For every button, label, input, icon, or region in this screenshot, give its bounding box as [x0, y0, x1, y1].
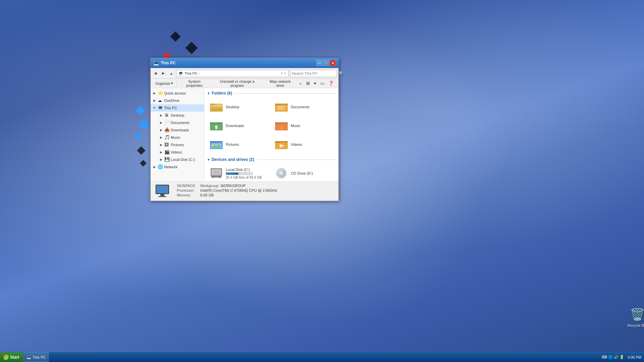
folders-section-header[interactable]: ▼ Folders (6) — [207, 91, 336, 96]
taskbar: Start 💻 This PC ⌨ 🌐 🔊 🔋 4:06 PM — [0, 352, 644, 362]
svg-rect-13 — [210, 122, 215, 124]
search-input[interactable] — [292, 71, 338, 75]
expand-documents[interactable]: ▶ — [159, 120, 163, 125]
expand-videos[interactable]: ▶ — [159, 150, 163, 155]
more-toolbar-button[interactable]: » — [298, 80, 304, 87]
local-disk-nav-icon: 💾 — [164, 157, 170, 162]
this-pc-label: This PC — [164, 106, 177, 110]
recycle-bin-icon[interactable]: 🗑️ Recycle Bin — [624, 307, 644, 327]
local-disk-nav-label: Local Disk (C:) — [171, 158, 195, 162]
sidebar-item-local-disk[interactable]: ▶ 💾 Local Disk (C:) — [151, 156, 204, 163]
svg-text:♪: ♪ — [280, 124, 283, 130]
expand-onedrive[interactable]: ▶ — [152, 98, 157, 103]
deco-diamond-blue-2 — [139, 119, 150, 130]
sidebar-item-onedrive[interactable]: ▶ ☁ OneDrive — [151, 97, 204, 104]
folder-documents[interactable]: Documents — [272, 98, 336, 116]
organize-button[interactable]: Organize ▾ — [153, 80, 175, 87]
sidebar-item-network[interactable]: ▶ 🌐 Network — [151, 163, 204, 171]
expand-music[interactable]: ▶ — [159, 135, 163, 140]
drive-local-disk-c[interactable]: Local Disk (C:) 25.4 GB free of 49.3 GB — [207, 165, 271, 181]
downloads-nav-icon: 📥 — [164, 127, 170, 133]
sidebar-item-music[interactable]: ▶ 🎵 Music — [151, 134, 204, 141]
main-area: ▶ ⭐ Quick access ▶ ☁ OneDrive ▼ 💻 This P… — [151, 88, 338, 181]
start-button[interactable]: Start — [0, 352, 23, 362]
map-drive-button[interactable]: Map network drive — [264, 80, 297, 87]
explorer-window: 💻 This PC — □ ✕ ◀ ▶ ▲ 💻 This PC › ▾ ↻ 🔍 — [150, 58, 339, 201]
sidebar-item-videos[interactable]: ▶ 🎬 Videos — [151, 148, 204, 156]
system-properties-button[interactable]: System properties — [178, 80, 211, 87]
drives-grid: Local Disk (C:) 25.4 GB free of 49.3 GB — [207, 165, 336, 181]
start-icon — [3, 355, 9, 360]
forward-button[interactable]: ▶ — [160, 70, 167, 77]
folder-desktop[interactable]: Desktop — [207, 98, 271, 116]
expand-pictures[interactable]: ▶ — [159, 142, 163, 147]
sidebar-item-pictures[interactable]: ▶ 🖼 Pictures — [151, 141, 204, 148]
drives-collapse-arrow: ▼ — [207, 158, 210, 162]
expand-this-pc[interactable]: ▼ — [152, 106, 157, 110]
view-tiles-button[interactable]: ⊞ — [304, 80, 312, 87]
close-button[interactable]: ✕ — [330, 60, 336, 66]
folder-downloads-name: Downloads — [226, 124, 244, 128]
this-pc-icon: 💻 — [158, 105, 163, 111]
drive-d-icon — [275, 167, 288, 180]
tray-network-icon[interactable]: 🌐 — [608, 355, 613, 359]
nav-pane: ▶ ⭐ Quick access ▶ ☁ OneDrive ▼ 💻 This P… — [151, 88, 204, 181]
desktop-nav-label: Desktop — [171, 113, 184, 117]
title-bar: 💻 This PC — □ ✕ — [151, 58, 338, 68]
titlebar-icon: 💻 — [153, 60, 159, 66]
svg-point-38 — [281, 173, 282, 174]
onedrive-label: OneDrive — [164, 99, 179, 103]
drive-c-name: Local Disk (C:) — [226, 168, 262, 172]
view-preview-button[interactable]: ▭ — [318, 80, 326, 87]
recycle-bin-img: 🗑️ — [629, 307, 644, 323]
expand-downloads[interactable]: ▶ — [159, 128, 163, 132]
maximize-button[interactable]: □ — [323, 60, 329, 66]
svg-rect-9 — [277, 108, 284, 108]
status-pc-icon — [151, 182, 174, 201]
view-list-button[interactable]: ▾ — [312, 80, 318, 87]
view-options: ⊞ ▾ ▭ ❓ — [304, 80, 336, 87]
sidebar-item-this-pc[interactable]: ▼ 💻 This PC — [151, 104, 204, 112]
sidebar-item-quick-access[interactable]: ▶ ⭐ Quick access — [151, 89, 204, 97]
videos-nav-label: Videos — [171, 150, 182, 154]
tray-volume-icon[interactable]: 🔊 — [614, 355, 619, 359]
drive-d-info: CD Drive (D:) — [291, 171, 313, 175]
expand-network[interactable]: ▶ — [152, 165, 157, 169]
svg-rect-21 — [210, 141, 215, 143]
expand-local-disk[interactable]: ▶ — [159, 157, 163, 162]
processor-label: Processor: — [177, 188, 200, 192]
sidebar-item-desktop[interactable]: ▶ 🖥 Desktop — [151, 112, 204, 119]
status-app-label: SKINPACK — [177, 184, 200, 188]
uninstall-button[interactable]: Uninstall or change a program — [211, 80, 263, 87]
folder-downloads[interactable]: Downloads — [207, 117, 271, 134]
address-refresh-btn[interactable]: ↻ — [283, 71, 286, 75]
minimize-button[interactable]: — — [316, 60, 322, 66]
folder-videos[interactable]: Videos — [272, 136, 336, 153]
folder-music-icon: ♪ — [275, 119, 288, 132]
svg-rect-4 — [210, 104, 215, 105]
folder-pictures[interactable]: Pictures — [207, 136, 271, 153]
sidebar-item-downloads[interactable]: ▶ 📥 Downloads — [151, 126, 204, 134]
expand-quick-access[interactable]: ▶ — [152, 91, 157, 96]
taskbar-item-this-pc[interactable]: 💻 This PC — [23, 352, 49, 362]
svg-rect-3 — [210, 105, 223, 112]
address-dropdown-btn[interactable]: ▾ — [281, 71, 283, 75]
expand-desktop[interactable]: ▶ — [159, 113, 163, 118]
network-nav-label: Network — [164, 165, 177, 169]
drive-cd-d[interactable]: CD Drive (D:) — [272, 165, 336, 181]
search-box[interactable]: 🔍 — [290, 70, 337, 77]
address-input[interactable]: 💻 This PC › ▾ ↻ — [176, 70, 289, 77]
drive-c-bar-fill — [226, 173, 238, 175]
folder-downloads-icon — [210, 119, 223, 132]
svg-rect-40 — [156, 185, 168, 193]
sidebar-item-documents[interactable]: ▶ 📄 Documents — [151, 119, 204, 126]
back-button[interactable]: ◀ — [152, 70, 159, 77]
quick-access-icon: ⭐ — [158, 90, 163, 96]
help-button[interactable]: ❓ — [326, 80, 336, 87]
deco-diamond-blue-1 — [136, 106, 145, 115]
folder-music[interactable]: ♪ Music — [272, 117, 336, 134]
taskbar-item-label: This PC — [33, 355, 46, 359]
drives-section-header[interactable]: ▼ Devices and drives (2) — [207, 157, 336, 162]
taskbar-tray: ⌨ 🌐 🔊 🔋 4:06 PM — [599, 352, 644, 362]
up-button[interactable]: ▲ — [168, 70, 175, 77]
